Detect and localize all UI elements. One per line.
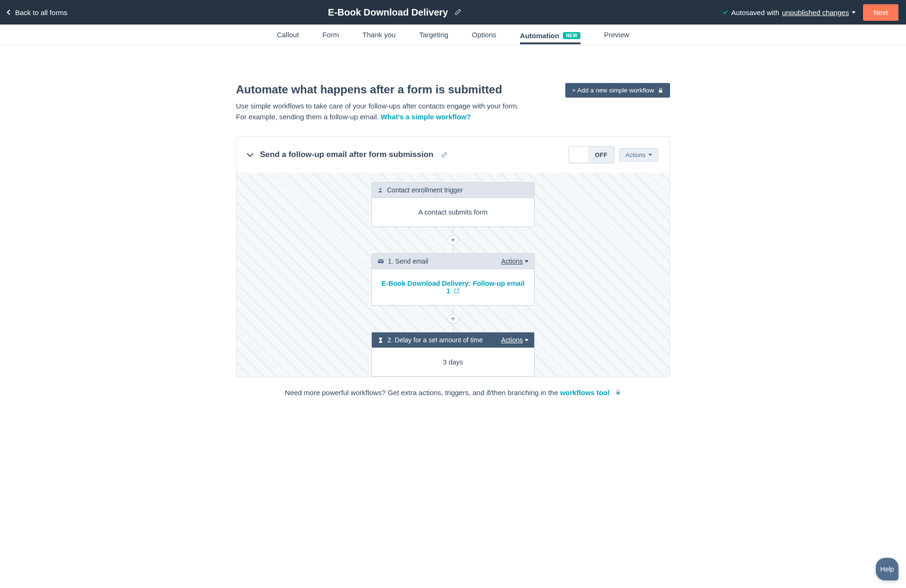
caret-down-icon (852, 11, 856, 14)
app-header: Back to all forms E-Book Download Delive… (0, 0, 906, 25)
trigger-node-body: A contact submits form (372, 198, 534, 226)
tab-automation[interactable]: Automation NEW (520, 27, 580, 44)
tab-nav: Callout Form Thank you Targeting Options… (0, 25, 906, 45)
tab-options[interactable]: Options (472, 26, 496, 43)
workflow-canvas: Contact enrollment trigger A contact sub… (236, 173, 670, 377)
email-link[interactable]: E-Book Download Delivery: Follow-up emai… (382, 280, 525, 295)
caret-down-icon (648, 154, 652, 156)
section-lede: Use simple workflows to take care of you… (236, 101, 528, 122)
lock-icon (658, 88, 663, 93)
send-email-node-head: 1. Send email Actions (372, 254, 534, 269)
trigger-node-head: Contact enrollment trigger (372, 182, 534, 198)
pencil-icon[interactable] (454, 8, 461, 16)
section-title: Automate what happens after a form is su… (236, 83, 528, 96)
footer-cta: Need more powerful workflows? Get extra … (236, 377, 670, 397)
toggle-off: OFF (588, 147, 614, 163)
autosave-link: unpublished changes (782, 8, 849, 17)
connector (453, 306, 453, 314)
pencil-icon[interactable] (441, 151, 448, 158)
caret-down-icon (525, 260, 528, 263)
back-to-forms-link[interactable]: Back to all forms (8, 8, 67, 17)
external-link-icon (454, 288, 460, 294)
node-actions-link[interactable]: Actions (501, 336, 528, 344)
chevron-down-icon[interactable] (247, 150, 253, 157)
back-label: Back to all forms (15, 8, 67, 17)
tab-callout[interactable]: Callout (277, 26, 299, 43)
svg-point-0 (379, 188, 381, 190)
send-email-node-body: E-Book Download Delivery: Follow-up emai… (372, 269, 534, 305)
add-step-button[interactable]: + (447, 314, 459, 323)
add-step-button[interactable]: + (447, 235, 459, 245)
add-workflow-button[interactable]: + Add a new simple workflow (565, 83, 670, 98)
connector (453, 227, 453, 235)
caret-down-icon (525, 339, 528, 341)
workflow-card-header: Send a follow-up email after form submis… (236, 137, 670, 173)
workflow-card: Send a follow-up email after form submis… (236, 136, 670, 377)
tab-thank-you[interactable]: Thank you (362, 26, 395, 43)
next-button[interactable]: Next (863, 4, 898, 21)
workflow-toggle[interactable]: OFF (569, 146, 614, 163)
tab-targeting[interactable]: Targeting (419, 26, 448, 43)
check-icon (722, 9, 729, 16)
hourglass-icon (378, 337, 384, 343)
autosave-status[interactable]: Autosaved with unpublished changes (722, 8, 856, 17)
workflow-actions-button[interactable]: Actions (619, 148, 658, 162)
delay-node-body: 3 days (372, 348, 534, 376)
delay-node-head: 2. Delay for a set amount of time Action… (372, 332, 534, 348)
lock-icon (615, 389, 621, 395)
connector (453, 245, 453, 253)
page-title: E-Book Download Delivery (328, 7, 448, 18)
node-actions-link[interactable]: Actions (501, 257, 528, 265)
simple-workflow-link[interactable]: What's a simple workflow? (381, 113, 471, 121)
tab-preview[interactable]: Preview (604, 26, 629, 43)
send-email-node[interactable]: 1. Send email Actions E-Book Download De… (371, 253, 535, 306)
trigger-node[interactable]: Contact enrollment trigger A contact sub… (371, 182, 535, 227)
main-content: Automate what happens after a form is su… (236, 83, 670, 415)
workflow-title: Send a follow-up email after form submis… (260, 150, 433, 159)
contact-icon (378, 187, 383, 193)
autosave-prefix: Autosaved with (731, 8, 780, 17)
chevron-left-icon (7, 9, 12, 15)
toggle-on (569, 147, 588, 163)
connector (453, 323, 453, 332)
email-icon (378, 258, 384, 265)
delay-node[interactable]: 2. Delay for a set amount of time Action… (371, 332, 535, 377)
tab-form[interactable]: Form (322, 26, 339, 43)
section-header: Automate what happens after a form is su… (236, 83, 670, 122)
new-badge: NEW (563, 32, 580, 39)
page-title-group: E-Book Download Delivery (328, 7, 461, 18)
header-right: Autosaved with unpublished changes Next (722, 4, 898, 21)
workflows-tool-link[interactable]: workflows tool (560, 389, 610, 397)
